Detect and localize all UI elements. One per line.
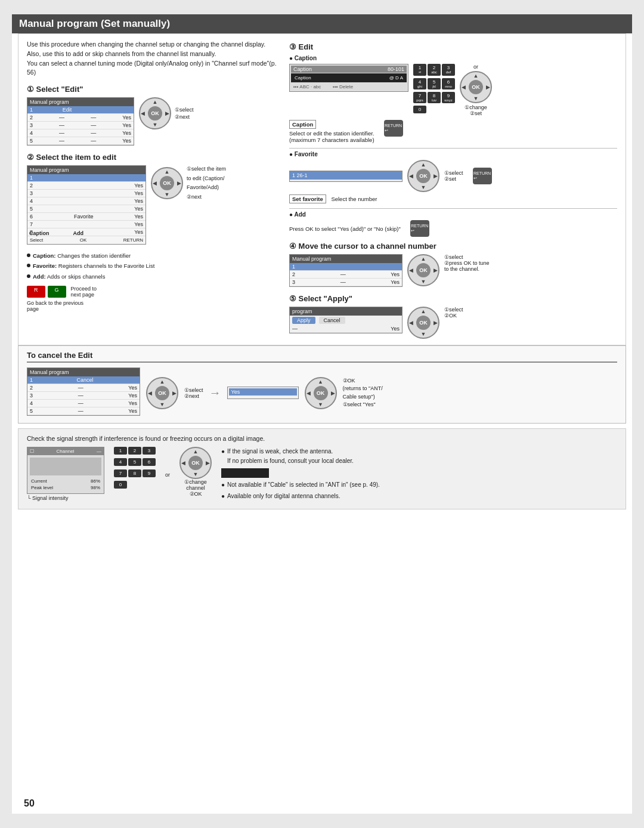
- section-header: Manual program (Set manually): [12, 14, 632, 33]
- step4-content: Manual program 1 2—Yes 3—Yes ▲ ▼ ◀ ▶ OK …: [289, 254, 617, 289]
- signal-peak: Peak level 98%: [30, 484, 101, 491]
- proceed-text: Proceed tonext page: [71, 286, 97, 298]
- step4-select: ①select: [444, 254, 490, 260]
- step1-screen-header: Manual program: [27, 98, 134, 106]
- sig-btn-1[interactable]: 1: [114, 447, 127, 455]
- cancel-ok-2[interactable]: OK: [314, 386, 328, 400]
- fav-screen-row: [290, 180, 402, 181]
- signal-section: Check the signal strength if interferenc…: [18, 428, 626, 509]
- step3-fav-ok-btn[interactable]: OK: [416, 169, 431, 183]
- step2-row-5: 5Yes: [27, 205, 145, 213]
- step2-dial[interactable]: ▲ ▼ ◀ ▶ OK: [151, 167, 183, 199]
- num-btn-5[interactable]: 5jkl: [428, 78, 441, 89]
- intro-line-1: Use this procedure when changing the cha…: [27, 40, 277, 50]
- bullet-favorite: Favorite: Registers channels to the Favo…: [27, 262, 277, 270]
- cancel-select-yes: ①select "Yes": [343, 401, 383, 409]
- cancel-ok-1[interactable]: OK: [155, 386, 169, 400]
- signal-num-grid: 1 2 3 4 5 6 7 8 9 0: [114, 447, 156, 491]
- sig-btn-5[interactable]: 5: [128, 458, 141, 466]
- cancel-dial-1[interactable]: ▲ ▼ ◀ ▶ OK: [146, 377, 178, 409]
- set-favorite-line: Set favorite Select the number: [289, 194, 617, 203]
- step5-ok-btn[interactable]: OK: [416, 316, 431, 330]
- step3-caption-dial-area: or ▲ ▼ ◀ ▶ OK ①change ②set: [460, 64, 492, 116]
- sig-btn-2[interactable]: 2: [128, 447, 141, 455]
- step2-ok-btn[interactable]: OK: [160, 176, 174, 190]
- signal-intro: Check the signal strength if interferenc…: [27, 435, 617, 442]
- step5-select: ①select: [444, 307, 463, 313]
- step1-dial[interactable]: ▲ ▼ ◀ ▶ OK: [139, 97, 171, 129]
- step3-fav-dial[interactable]: ▲ ▼ ◀ ▶ OK: [407, 160, 439, 192]
- step1-title: ① Select "Edit": [27, 85, 277, 94]
- step2-row-3: 3Yes: [27, 190, 145, 197]
- bullet-add: Add: Adds or skips channels: [27, 273, 277, 281]
- signal-intensity-label: └ Signal intensity: [27, 495, 104, 501]
- step1-row-5: 5——Yes: [27, 137, 134, 145]
- num-btn-1[interactable]: 1ᵅᵝ: [413, 64, 426, 76]
- sig-btn-7[interactable]: 7: [114, 469, 127, 477]
- step3-caption-ok-btn[interactable]: OK: [469, 80, 483, 94]
- step1-select: ①select: [175, 107, 194, 113]
- signal-num-row2: 4 5 6: [114, 458, 156, 466]
- signal-dial[interactable]: ▲ ▼ ◀ ▶ OK: [179, 447, 212, 479]
- step4-ok-btn[interactable]: OK: [416, 263, 431, 277]
- step3-favorite-section: ● Favorite 1 26-1 ▲ ▼ ◀ ▶ OK: [289, 151, 617, 203]
- step5-content: program Apply Cancel —Yes ▲ ▼ ◀ ▶ OK: [289, 307, 617, 339]
- bullet-add-text: Add: Adds or skips channels: [33, 273, 105, 281]
- add-return-btn[interactable]: RETURN↩: [410, 220, 429, 237]
- signal-screen: ☐Channel— Current 86% Peak level 98%: [27, 447, 104, 494]
- sig-btn-8[interactable]: 8: [128, 469, 141, 477]
- sig-btn-0[interactable]: 0: [114, 481, 127, 489]
- step5-screen-buttons: Apply Cancel: [290, 316, 402, 325]
- caption-desc-text: Select or edit the station identifier.(m…: [289, 130, 374, 143]
- num-btn-6[interactable]: 6mno: [442, 78, 455, 89]
- cancel-btn-screen[interactable]: Cancel: [319, 317, 345, 324]
- r-button[interactable]: R: [27, 286, 45, 298]
- step1-ok-btn[interactable]: OK: [148, 106, 162, 121]
- signal-ok-btn[interactable]: OK: [188, 456, 203, 470]
- sig-btn-4[interactable]: 4: [114, 458, 127, 466]
- sig-btn-9[interactable]: 9: [143, 469, 156, 477]
- step2-row-2: 2Yes: [27, 182, 145, 190]
- step5-dial[interactable]: ▲ ▼ ◀ ▶ OK: [407, 307, 439, 339]
- signal-dial-area: ▲ ▼ ◀ ▶ OK ①changechannel ②OK: [179, 447, 212, 497]
- step4-row-3: 3—Yes: [290, 279, 402, 286]
- num-btn-2[interactable]: 2abc: [428, 64, 441, 76]
- main-content: Use this procedure when changing the cha…: [18, 33, 626, 345]
- sig-btn-6[interactable]: 6: [143, 458, 156, 466]
- caption-screen: Caption80-101 Caption @ D A ▪▪▪ ABC · ab…: [289, 64, 408, 92]
- step1-row-4: 4——Yes: [27, 129, 134, 137]
- cancel-row-0: 1Cancel: [27, 376, 140, 384]
- caption-return-btn[interactable]: RETURN↩: [384, 120, 403, 137]
- step4-screen: Manual program 1 2—Yes 3—Yes: [289, 254, 402, 287]
- num-btn-0[interactable]: 0: [413, 106, 426, 113]
- cancel-dial-2[interactable]: ▲ ▼ ◀ ▶ OK: [305, 377, 337, 409]
- set-favorite-desc: Select the number: [331, 196, 377, 202]
- step3-caption-dial[interactable]: ▲ ▼ ◀ ▶ OK: [460, 71, 492, 103]
- caption-screen-buttons: ▪▪▪ ABC · abc▪▪▪ Delete: [291, 84, 407, 90]
- step4-row-2: 2—Yes: [290, 271, 402, 279]
- g-button[interactable]: G: [48, 286, 66, 298]
- signal-current: Current 86%: [30, 478, 101, 484]
- bullet-dot-caption: [27, 254, 30, 257]
- num-btn-3[interactable]: 3def: [442, 64, 455, 76]
- sig-btn-3[interactable]: 3: [143, 447, 156, 455]
- num-btn-4[interactable]: 4ghi: [413, 78, 426, 89]
- caption-screen-body: Caption @ D A: [291, 73, 407, 82]
- apply-btn[interactable]: Apply: [292, 317, 315, 324]
- fav-return-btn[interactable]: RETURN↩: [473, 168, 492, 184]
- step1-instructions: ①select ②next: [175, 107, 194, 120]
- cancel-step2: ②OK (returns to "ANT/Cable setup") ①sele…: [343, 377, 383, 409]
- num-btn-7[interactable]: 7pqrs: [413, 92, 426, 103]
- step1-dial-area: ▲ ▼ ◀ ▶ OK ①select ②next: [139, 97, 194, 129]
- bullet-dot-favorite: [27, 264, 30, 267]
- num-buttons-row3: 7pqrs 8tuv 9wxyz: [413, 92, 455, 103]
- step3-add-text: Press OK to select "Yes (add)" or "No (s…: [289, 225, 401, 232]
- cancel-step1: ①select ②next: [184, 387, 203, 399]
- num-btn-8[interactable]: 8tuv: [428, 92, 441, 103]
- step2-row-1: 1: [27, 174, 145, 182]
- signal-ok-label: ②OK: [190, 491, 202, 497]
- caption-return-label: RETURN↩: [385, 123, 402, 134]
- num-btn-9[interactable]: 9wxyz: [442, 92, 455, 103]
- cancel-screen: Manual program 1Cancel 2—Yes 3—Yes 4—Yes…: [27, 367, 140, 416]
- step4-dial[interactable]: ▲ ▼ ◀ ▶ OK: [407, 254, 439, 286]
